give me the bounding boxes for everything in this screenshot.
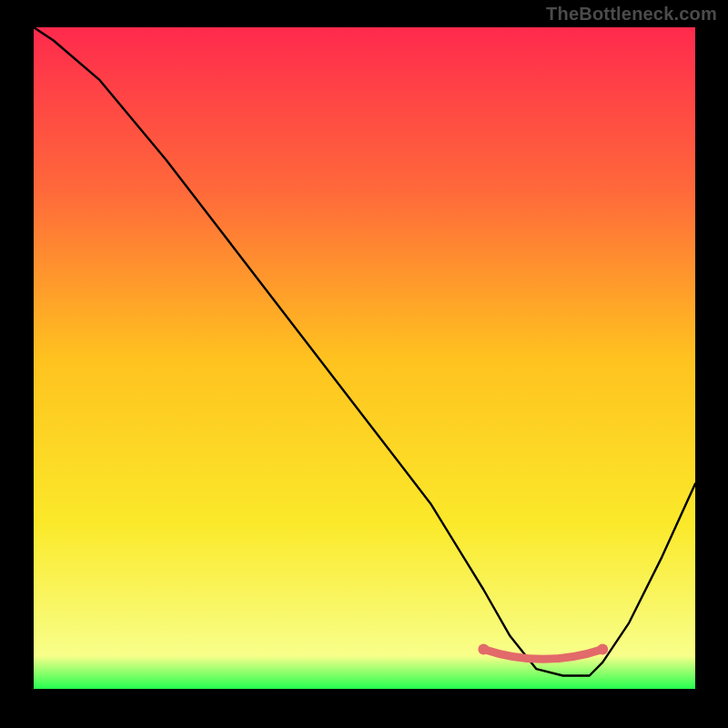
watermark-text: TheBottleneck.com (546, 4, 717, 25)
optimal-range-end-dot (597, 643, 608, 654)
chart-svg (34, 27, 695, 689)
optimal-range-start-dot (478, 643, 489, 654)
gradient-background (34, 27, 695, 689)
chart-stage: TheBottleneck.com (0, 0, 728, 728)
